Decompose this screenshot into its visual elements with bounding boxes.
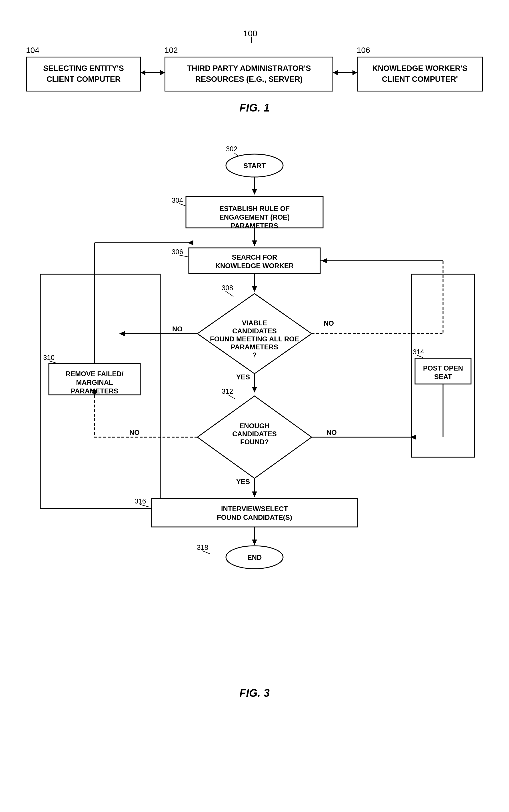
- node-316-line2: FOUND CANDIDATE(S): [217, 513, 292, 521]
- node-314-line1: POST OPEN: [423, 364, 463, 372]
- node-310-line2: MARGINAL: [76, 378, 113, 386]
- ref-314-text: 314: [413, 348, 424, 356]
- no1-label: NO: [172, 325, 182, 333]
- dashed-312-310: [95, 395, 197, 437]
- arr-308-no-left-head: [119, 331, 125, 336]
- ref-104: 104: [26, 46, 39, 55]
- arr-start-304-head: [252, 189, 257, 195]
- arr-316-end-head: [252, 539, 257, 545]
- ref-308-text: 308: [222, 284, 233, 292]
- arr-312-yes-head: [252, 492, 257, 497]
- ref-106: 106: [357, 46, 370, 55]
- fig1-caption: FIG. 1: [26, 102, 483, 114]
- end-text: END: [247, 553, 262, 561]
- ref-318-text: 318: [197, 543, 208, 551]
- svg-line-3: [225, 291, 233, 296]
- svg-line-2: [179, 255, 189, 257]
- box-102: THIRD PARTY ADMINISTRATOR'S RESOURCES (E…: [165, 57, 333, 92]
- arr-310-right-head: [188, 240, 193, 245]
- node-304-line2: ENGAGEMENT (ROE): [219, 213, 290, 221]
- no2-label: NO: [324, 319, 334, 327]
- node-308-line5: ?: [252, 351, 257, 358]
- node-310-line1: REMOVE FAILED/: [66, 370, 124, 377]
- node-308-line2: CANDIDATES: [232, 327, 277, 335]
- arr-306-308-head: [252, 286, 257, 292]
- node-308-line4: PARAMETERS: [231, 343, 278, 350]
- svg-line-6: [228, 395, 235, 399]
- no4-label: NO: [327, 429, 337, 436]
- ref-100-line: [251, 37, 252, 43]
- page: 100 104 SELECTING ENTITY'S CLIENT COMPUT…: [0, 0, 509, 812]
- node-304-line1: ESTABLISH RULE OF: [219, 205, 290, 212]
- ref-100-label: 100: [243, 29, 257, 38]
- fig3-svg: .fc-text { font-family: Arial, sans-seri…: [26, 143, 483, 680]
- box-104: SELECTING ENTITY'S CLIENT COMPUTER: [26, 57, 141, 92]
- yes1-label: YES: [236, 373, 250, 381]
- ref-302-text: 302: [226, 145, 237, 153]
- fig3-caption: FIG. 3: [26, 687, 483, 699]
- yes2-label: YES: [236, 478, 250, 486]
- node-312-line1: ENOUGH: [239, 422, 269, 430]
- node-316-line1: INTERVIEW/SELECT: [221, 505, 288, 512]
- start-text: START: [243, 161, 266, 169]
- ref-306-text: 306: [172, 248, 183, 256]
- arr-304-306-head: [252, 241, 257, 246]
- ref-310-text: 310: [43, 354, 55, 362]
- node-312-line2: CANDIDATES: [232, 430, 277, 437]
- box-106: KNOWLEDGE WORKER'S CLIENT COMPUTER': [357, 57, 483, 92]
- node-308-line3: FOUND MEETING ALL ROE: [210, 335, 299, 343]
- ref-304-text: 304: [172, 196, 183, 204]
- node-306-line2: KNOWLEDGE WORKER: [215, 261, 294, 269]
- arr-right-return-head: [321, 258, 327, 263]
- no3-label: NO: [129, 429, 140, 436]
- ref-102: 102: [165, 46, 178, 55]
- node-314-line2: SEAT: [434, 373, 452, 380]
- ref-312-text: 312: [222, 387, 233, 395]
- node-312-line3: FOUND?: [240, 438, 269, 445]
- arr-308-yes-head: [252, 387, 257, 393]
- node-308-line1: VIABLE: [242, 319, 267, 326]
- node-306-line1: SEARCH FOR: [232, 253, 277, 261]
- rect-316: [152, 498, 357, 527]
- ref-316-text: 316: [135, 497, 146, 505]
